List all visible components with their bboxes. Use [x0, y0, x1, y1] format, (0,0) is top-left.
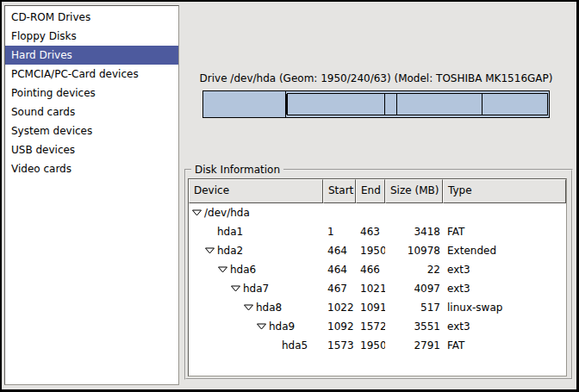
column-header-label: Device [194, 184, 229, 196]
sidebar-item[interactable]: Sound cards [5, 103, 178, 121]
device-cell: /dev/hda [189, 203, 323, 222]
size-cell: 3551 [385, 317, 443, 336]
expander-open-icon[interactable] [231, 285, 240, 292]
size-cell: 22 [385, 260, 443, 279]
sidebar-item[interactable]: CD-ROM Drives [5, 8, 178, 27]
column-header-label: Type [448, 184, 472, 196]
type-cell: ext3 [443, 260, 566, 279]
end-cell [356, 203, 385, 222]
end-cell: 463 [356, 222, 385, 241]
device-name: hda2 [217, 241, 243, 260]
expander-open-icon[interactable] [218, 266, 227, 273]
sidebar-item-label: PCMCIA/PC-Card devices [11, 68, 139, 80]
device-cell: hda7 [189, 279, 323, 298]
device-name: hda8 [256, 298, 282, 317]
device-category-list: CD-ROM Drives Floppy Disks Hard Drives P… [4, 5, 179, 385]
column-header[interactable]: Type [443, 179, 566, 203]
disk-information-groupbox: Disk Information Device Start End Size (… [184, 169, 573, 380]
sidebar-item-label: USB devices [11, 144, 75, 156]
sidebar-item[interactable]: Video cards [5, 159, 178, 178]
sidebar-item-label: System devices [11, 125, 92, 137]
device-cell: hda2 [189, 241, 323, 260]
type-cell: Extended [443, 241, 566, 260]
size-cell: 3418 [385, 222, 443, 241]
device-cell: hda1 [189, 222, 323, 241]
type-cell [443, 203, 566, 222]
column-header[interactable]: Device [189, 179, 323, 203]
end-cell: 1950 [356, 336, 385, 355]
expander-open-icon[interactable] [192, 209, 202, 216]
partition-divider-logical [482, 94, 482, 115]
tree-indent [189, 308, 244, 308]
partition-divider-logical [384, 94, 385, 115]
sidebar-item[interactable]: PCMCIA/PC-Card devices [5, 65, 178, 84]
sidebar-item[interactable]: System devices [5, 121, 178, 140]
size-cell: 517 [385, 298, 443, 317]
table-row[interactable]: hda9 1092 1572 3551 ext3 [189, 317, 566, 336]
tree-indent [189, 289, 231, 289]
size-cell: 10978 [385, 241, 443, 260]
partition-table: Device Start End Size (MB) Type /dev/hda… [188, 178, 567, 376]
sidebar-item[interactable]: USB devices [5, 140, 178, 159]
column-header[interactable]: End [356, 179, 385, 203]
device-name: /dev/hda [204, 203, 250, 222]
device-name: hda9 [269, 317, 295, 336]
hardware-browser-window: CD-ROM Drives Floppy Disks Hard Drives P… [0, 0, 579, 392]
device-cell: hda9 [189, 317, 323, 336]
tree-indent [189, 345, 270, 346]
table-row[interactable]: hda5 1573 1950 2791 FAT [189, 336, 566, 355]
sidebar-item-selected[interactable]: Hard Drives [5, 46, 178, 65]
type-cell: ext3 [443, 317, 566, 336]
device-name: hda1 [217, 222, 243, 241]
partition-divider-logical [396, 94, 397, 115]
partition-divider-logical [286, 94, 287, 115]
type-cell: linux-swap [443, 298, 566, 317]
groupbox-title: Disk Information [191, 164, 283, 177]
start-cell: 1092 [323, 317, 356, 336]
column-header[interactable]: Start [323, 179, 356, 203]
column-header-label: Start [328, 184, 353, 196]
start-cell [323, 203, 356, 222]
device-name: hda6 [230, 260, 256, 279]
start-cell: 464 [323, 260, 356, 279]
column-header[interactable]: Size (MB) [385, 179, 443, 203]
table-row[interactable]: hda2 464 1950 10978 Extended [189, 241, 566, 260]
device-cell: hda5 [189, 336, 323, 355]
column-header-label: End [361, 184, 381, 196]
end-cell: 1950 [356, 241, 385, 260]
partition-bar [202, 90, 550, 118]
table-row[interactable]: hda6 464 466 22 ext3 [189, 260, 566, 279]
expander-open-icon[interactable] [257, 323, 266, 330]
sidebar-item[interactable]: Pointing devices [5, 84, 178, 103]
tree-indent [189, 327, 257, 327]
size-cell: 4097 [385, 279, 443, 298]
table-header-row: Device Start End Size (MB) Type [189, 179, 566, 203]
end-cell: 466 [356, 260, 385, 279]
expander-spacer [205, 232, 215, 233]
column-header-label: Size (MB) [390, 184, 439, 196]
device-cell: hda8 [189, 298, 323, 317]
device-name: hda7 [243, 279, 269, 298]
start-cell: 1022 [323, 298, 356, 317]
table-row[interactable]: /dev/hda [189, 203, 566, 222]
tree-indent [189, 270, 218, 271]
tree-indent [189, 232, 205, 233]
start-cell: 464 [323, 241, 356, 260]
device-cell: hda6 [189, 260, 323, 279]
expander-open-icon[interactable] [205, 247, 215, 254]
expander-spacer [270, 345, 279, 346]
table-row[interactable]: hda7 467 1021 4097 ext3 [189, 279, 566, 298]
start-cell: 467 [323, 279, 356, 298]
end-cell: 1572 [356, 317, 385, 336]
type-cell: ext3 [443, 279, 566, 298]
end-cell: 1091 [356, 298, 385, 317]
table-row[interactable]: hda8 1022 1091 517 linux-swap [189, 298, 566, 317]
sidebar-item-label: Pointing devices [11, 87, 96, 99]
type-cell: FAT [443, 222, 566, 241]
end-cell: 1021 [356, 279, 385, 298]
table-body: /dev/hda hda1 1 463 3418 FAT hda2 464 19… [189, 203, 566, 355]
table-row[interactable]: hda1 1 463 3418 FAT [189, 222, 566, 241]
sidebar-item[interactable]: Floppy Disks [5, 27, 178, 46]
extended-partition-box [287, 93, 548, 115]
expander-open-icon[interactable] [244, 304, 253, 311]
